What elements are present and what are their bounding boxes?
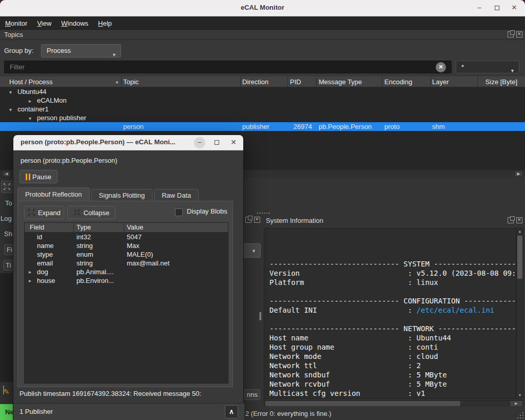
menu-item[interactable]: View — [32, 18, 56, 29]
protobuf-reflection-panel: ↖↗↙↘ Expand ↘↙↗↖ Collapse Display Blobs … — [17, 201, 233, 387]
group-label: person publisher — [37, 114, 86, 122]
column-header-field[interactable]: Field — [30, 223, 44, 231]
cell-type: pb.Environ... — [76, 276, 114, 285]
float-panel-icon[interactable] — [508, 217, 514, 223]
tab-protobuf-reflection[interactable]: Protobuf Reflection — [17, 187, 90, 201]
dialog-maximize-button[interactable] — [211, 137, 222, 148]
expand-label: Expand — [38, 209, 61, 217]
maximize-button[interactable] — [491, 3, 502, 14]
pause-button[interactable]: Pause — [20, 170, 57, 183]
resize-grip[interactable] — [516, 411, 523, 418]
groupby-combobox[interactable]: Process ▼ — [41, 44, 121, 58]
cell-topic: person — [123, 122, 144, 131]
chevron-down-icon: ▼ — [112, 49, 116, 61]
display-blobs-checkbox[interactable] — [175, 208, 183, 216]
field-row[interactable]: email string max@mail.net — [25, 259, 228, 268]
scrollbar-thumb[interactable] — [517, 236, 522, 279]
tab-raw-data[interactable]: Raw Data — [154, 189, 199, 201]
sysinfo-link[interactable]: /etc/ecal/ecal.ini — [417, 306, 495, 314]
minimize-button[interactable]: – — [474, 3, 485, 14]
hidden-label-fragment: Log — [1, 215, 12, 222]
float-panel-icon[interactable] — [508, 31, 514, 37]
field-row[interactable]: ▸ dog pb.Animal.... — [25, 268, 228, 276]
sysinfo-kv-line: Network sndbuf: 5 MByte — [269, 370, 516, 379]
filter-column-combobox[interactable]: * ▼ — [456, 61, 519, 73]
field-row[interactable]: id int32 5047 — [25, 233, 228, 241]
expand-publishers-button[interactable]: ∧ — [225, 405, 238, 418]
column-header-size[interactable]: Size [Byte] — [477, 78, 517, 86]
cell-value: MALE(0) — [127, 250, 153, 259]
column-header-message-type[interactable]: Message Type — [319, 78, 362, 86]
table-row-group[interactable]: ▾Ubuntu44 — [0, 87, 525, 96]
scroll-right-icon[interactable]: ▶ — [510, 401, 522, 406]
column-header-host-process[interactable]: Host / Process — [9, 78, 53, 86]
table-row-group[interactable]: ▾container1 — [0, 105, 525, 113]
dialog-minimize-button[interactable]: – — [194, 137, 205, 148]
column-header-direction[interactable]: Direction — [242, 78, 268, 86]
column-header-value[interactable]: Value — [127, 223, 143, 231]
edit-log-icon[interactable] — [3, 386, 4, 394]
topics-panel-title: Topics — [4, 31, 23, 39]
collapse-label: Collapse — [84, 209, 110, 217]
chevron-down-icon: ▼ — [251, 249, 256, 254]
scrollbar-thumb[interactable] — [265, 401, 460, 406]
columns-button-fragment[interactable]: nns — [244, 389, 260, 400]
main-titlebar: eCAL Monitor – ✕ — [0, 0, 525, 16]
table-row-topic[interactable]: person publisher 26974 pb.People.Person … — [0, 122, 525, 131]
tree-expander-icon[interactable]: ▾ — [29, 114, 37, 123]
splitter-handle[interactable]: ...... — [257, 207, 271, 215]
field-row[interactable]: ▸ house pb.Environ... — [25, 276, 228, 285]
column-header-layer[interactable]: Layer — [432, 78, 449, 86]
scroll-down-icon[interactable]: ▼ — [517, 392, 523, 398]
splitter-handle-vertical[interactable]: ■■■■ — [259, 312, 261, 320]
scroll-up-icon[interactable]: ▲ — [517, 228, 523, 235]
dialog-close-button[interactable]: ✕ — [228, 137, 239, 148]
expand-button-fragment[interactable]: ↖↗↙↘ — [1, 181, 13, 193]
sysinfo-vertical-scrollbar[interactable]: ▲ ▼ — [516, 228, 523, 399]
field-row[interactable]: name string Max — [25, 241, 228, 250]
cell-field: email — [37, 259, 53, 268]
clear-filter-icon[interactable]: ✕ — [436, 62, 446, 72]
filter-input[interactable] — [4, 61, 452, 73]
tree-expander-icon[interactable]: ▾ — [9, 88, 17, 97]
tree-expander-icon[interactable]: ▸ — [29, 268, 31, 276]
menu-item[interactable]: Monitor — [1, 18, 32, 29]
cell-direction: publisher — [242, 122, 269, 131]
collapse-button[interactable]: ↘↙↗↖ Collapse — [67, 206, 115, 219]
field-row[interactable]: stype enum MALE(0) — [25, 250, 228, 259]
close-button[interactable]: ✕ — [509, 3, 520, 14]
scroll-left-icon[interactable]: ◀ — [2, 170, 11, 177]
menu-item[interactable]: Help — [93, 18, 116, 29]
tab-signals-plotting[interactable]: Signals Plotting — [91, 189, 153, 201]
table-row-group[interactable]: ▸eCALMon — [0, 96, 525, 105]
sysinfo-horizontal-scrollbar[interactable]: ▶ — [264, 400, 523, 407]
sort-ascending-icon: ▲ — [115, 80, 119, 84]
hidden-tab-fragment[interactable]: To — [5, 199, 12, 207]
sysinfo-value: : cloud — [408, 352, 438, 360]
sysinfo-key: Network mode — [269, 352, 408, 361]
hidden-button-fragment[interactable]: Ti — [3, 260, 13, 271]
close-panel-icon[interactable] — [254, 217, 260, 223]
table-row-group[interactable]: ▾person publisher — [0, 113, 525, 122]
menu-item[interactable]: Windows — [56, 18, 93, 29]
tree-expander-icon[interactable]: ▸ — [29, 276, 31, 285]
column-header-topic[interactable]: Topic — [123, 78, 139, 86]
hidden-combobox-fragment[interactable]: ▼ — [243, 243, 261, 258]
column-header-pid[interactable]: PID — [290, 78, 301, 86]
sysinfo-kv-line: Multicast cfg version: v1 — [269, 389, 516, 398]
expand-button[interactable]: ↖↗↙↘ Expand — [24, 206, 64, 219]
column-header-type[interactable]: Type — [76, 223, 91, 231]
scroll-right-icon[interactable]: ▶ — [514, 170, 523, 177]
column-header-encoding[interactable]: Encoding — [384, 78, 412, 86]
sysinfo-key: Platform — [269, 278, 408, 287]
close-panel-icon[interactable] — [516, 217, 522, 223]
dialog-titlebar[interactable]: person (proto:pb.People.Person) — eCAL M… — [13, 135, 243, 150]
float-panel-icon[interactable] — [245, 217, 251, 223]
cell-value: Max — [127, 241, 140, 250]
tree-expander-icon[interactable]: ▸ — [29, 97, 37, 105]
sysinfo-kv-line: Version: v5.12.0 (2023-08-08 09:15:0 — [269, 269, 516, 278]
sysinfo-key: Version — [269, 269, 408, 278]
tree-expander-icon[interactable]: ▾ — [9, 105, 17, 114]
close-panel-icon[interactable] — [516, 31, 522, 37]
group-label: Ubuntu44 — [17, 88, 46, 96]
